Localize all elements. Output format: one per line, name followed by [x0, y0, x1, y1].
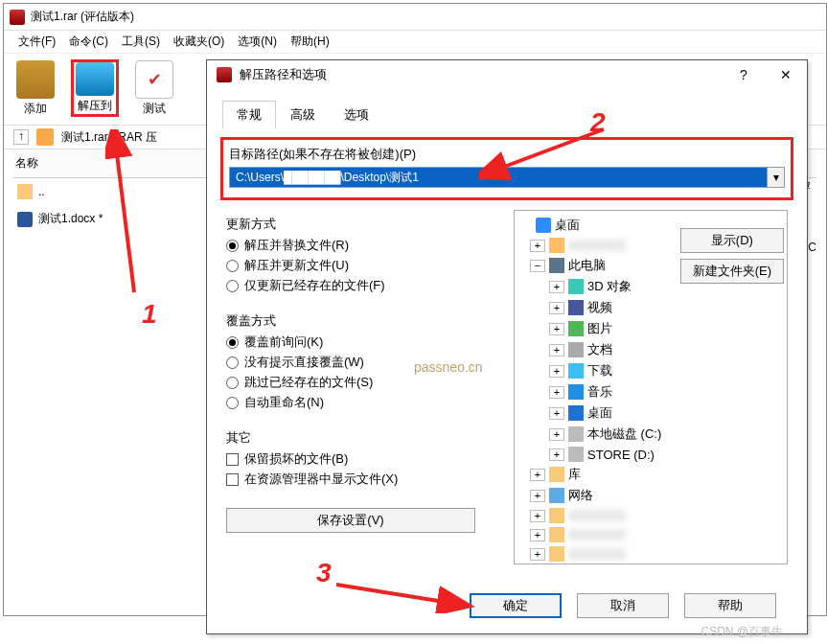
dialog-tabs: 常规 高级 选项 [207, 89, 807, 129]
window-title: 测试1.rar (评估版本) [31, 9, 134, 25]
dialog-titlebar: 解压路径和选项 [207, 60, 807, 89]
drive-d-icon [568, 447, 584, 462]
winrar-icon [217, 67, 232, 82]
tab-general[interactable]: 常规 [222, 101, 276, 129]
pictures-icon [568, 321, 584, 336]
overwrite-silent-radio[interactable]: 没有提示直接覆盖(W) [226, 354, 504, 371]
folder-icon [549, 527, 564, 542]
books-icon [16, 60, 55, 99]
drive-c-icon [568, 426, 584, 442]
checklist-icon [135, 60, 173, 99]
downloads-icon [568, 363, 584, 379]
help-button[interactable]: 帮助 [684, 593, 776, 618]
window-titlebar: 测试1.rar (评估版本) [4, 4, 826, 31]
menu-file[interactable]: 文件(F) [11, 30, 62, 54]
libraries-icon [549, 467, 564, 482]
destination-dropdown-button[interactable]: ▾ [768, 167, 785, 188]
misc-group: 其它 保留损坏的文件(B) 在资源管理器中显示文件(X) [226, 422, 504, 491]
documents-icon [568, 342, 584, 357]
update-replace-radio[interactable]: 解压并替换文件(R) [226, 237, 504, 254]
dialog-button-row: 确定 取消 帮助 [207, 593, 807, 618]
tab-advanced[interactable]: 高级 [276, 101, 330, 129]
folder-icon [17, 184, 33, 199]
blurred-username [568, 240, 626, 251]
video-icon [568, 300, 584, 315]
folder-open-icon [76, 62, 114, 96]
menu-options[interactable]: 选项(N) [231, 30, 284, 54]
update-existing-radio[interactable]: 仅更新已经存在的文件(F) [226, 277, 504, 294]
destination-frame: 目标路径(如果不存在将被创建)(P) ▾ [220, 137, 793, 200]
archive-path: 测试1.rar - RAR 压 [61, 129, 157, 146]
dialog-window-controls: ? ✕ [723, 60, 807, 89]
folder-icon [549, 546, 564, 562]
menu-command[interactable]: 命令(C) [62, 30, 115, 54]
destination-label: 目标路径(如果不存在将被创建)(P) [229, 146, 785, 163]
tab-panel-general: 目标路径(如果不存在将被创建)(P) ▾ 显示(D) 新建文件夹(E) 更新方式… [207, 137, 807, 555]
3d-icon [568, 279, 584, 294]
folder-tree[interactable]: 桌面 + −此电脑 +3D 对象 +视频 +图片 +文档 +下载 +音乐 +桌面… [514, 210, 788, 564]
save-settings-button[interactable]: 保存设置(V) [226, 508, 475, 533]
network-icon [549, 488, 564, 503]
folder-icon [549, 508, 564, 523]
pc-icon [549, 258, 564, 273]
menu-fav[interactable]: 收藏夹(O) [167, 30, 231, 54]
toolbar-test-button[interactable]: 测试 [130, 59, 178, 117]
archive-icon [36, 128, 54, 146]
menu-tools[interactable]: 工具(S) [115, 30, 167, 54]
collapse-icon[interactable]: − [530, 260, 545, 272]
cancel-button[interactable]: 取消 [577, 593, 669, 618]
expand-icon[interactable]: + [530, 240, 545, 252]
music-icon [568, 384, 584, 400]
toolbar-add-button[interactable]: 添加 [11, 59, 59, 117]
ok-button[interactable]: 确定 [470, 593, 562, 618]
destination-path-input[interactable] [229, 167, 768, 188]
up-arrow-icon[interactable]: ↑ [13, 129, 29, 145]
credit-text: CSDN @百事牛 [701, 624, 783, 640]
overwrite-mode-group: 覆盖方式 覆盖前询问(K) 没有提示直接覆盖(W) 跳过已经存在的文件(S) 自… [226, 305, 504, 414]
winrar-icon [10, 10, 25, 25]
update-update-radio[interactable]: 解压并更新文件(U) [226, 257, 504, 274]
show-in-explorer-checkbox[interactable]: 在资源管理器中显示文件(X) [226, 471, 504, 488]
keep-broken-checkbox[interactable]: 保留损坏的文件(B) [226, 450, 504, 468]
docx-icon [17, 212, 33, 227]
update-mode-group: 更新方式 解压并替换文件(R) 解压并更新文件(U) 仅更新已经存在的文件(F) [226, 208, 504, 297]
user-icon [549, 238, 564, 253]
overwrite-rename-radio[interactable]: 自动重命名(N) [226, 394, 504, 411]
desktop-folder-icon [568, 405, 584, 421]
close-icon[interactable]: ✕ [765, 60, 807, 89]
overwrite-ask-radio[interactable]: 覆盖前询问(K) [226, 334, 504, 351]
help-button[interactable]: ? [723, 60, 765, 89]
tab-options[interactable]: 选项 [330, 101, 383, 129]
menubar: 文件(F) 命令(C) 工具(S) 收藏夹(O) 选项(N) 帮助(H) [4, 31, 826, 54]
toolbar-extract-to-button[interactable]: 解压到 [71, 59, 119, 117]
dialog-title: 解压路径和选项 [240, 66, 327, 83]
options-left-column: 更新方式 解压并替换文件(R) 解压并更新文件(U) 仅更新已经存在的文件(F)… [226, 200, 504, 555]
desktop-icon [536, 218, 551, 233]
extract-dialog: 解压路径和选项 ? ✕ 常规 高级 选项 目标路径(如果不存在将被创建)(P) … [206, 59, 808, 634]
overwrite-skip-radio[interactable]: 跳过已经存在的文件(S) [226, 374, 504, 391]
menu-help[interactable]: 帮助(H) [284, 30, 336, 54]
